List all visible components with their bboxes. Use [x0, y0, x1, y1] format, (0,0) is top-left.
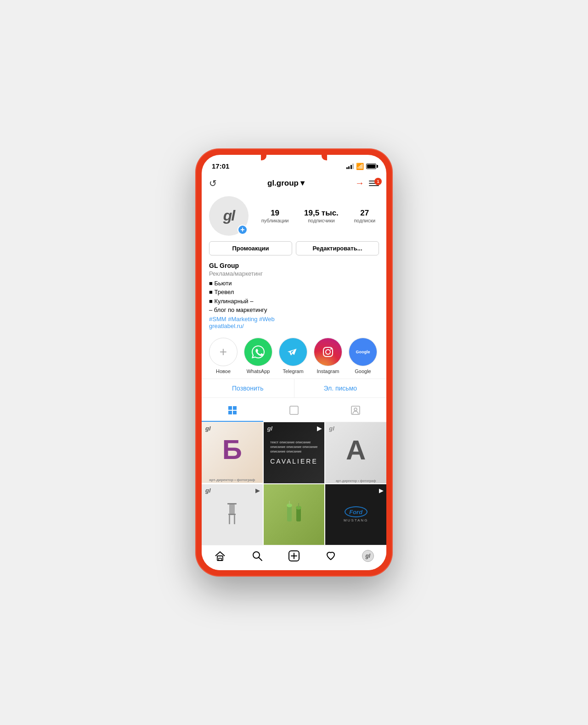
bio-category: Реклама/маркетинг	[209, 270, 379, 277]
telegram-icon	[285, 344, 301, 360]
arrow-icon: →	[355, 178, 364, 188]
search-icon	[251, 550, 263, 562]
heart-icon	[325, 550, 337, 562]
whatsapp-icon	[250, 344, 266, 360]
svg-rect-3	[228, 406, 232, 410]
chair-icon	[223, 501, 241, 528]
mustang-text: MUSTANG	[344, 518, 368, 522]
add-story-button[interactable]: +	[237, 225, 248, 235]
ford-logo: Ford	[345, 506, 368, 517]
bio-section: GL Group Реклама/маркетинг ■ Бьюти ■ Тре…	[202, 260, 386, 333]
top-nav: ↺ gl.group ▾ → 1	[202, 175, 386, 193]
photo1-caption: арт-директор • фотограф	[207, 477, 257, 483]
svg-rect-16	[296, 508, 301, 521]
svg-point-1	[326, 350, 330, 354]
email-button[interactable]: Эл. письмо	[294, 379, 387, 397]
following-stat[interactable]: 27 подписки	[354, 209, 375, 223]
bottom-nav: gl	[202, 545, 386, 570]
svg-rect-12	[228, 514, 236, 515]
nav-heart[interactable]	[325, 550, 337, 562]
bio-line-2: ■ Тревел	[209, 288, 379, 297]
followers-stat[interactable]: 19,5 тыс. подписчики	[304, 209, 339, 223]
svg-point-2	[330, 348, 332, 350]
nav-search[interactable]	[251, 550, 263, 562]
svg-rect-15	[287, 505, 292, 521]
highlight-circle-instagram	[314, 338, 342, 366]
svg-rect-6	[233, 411, 237, 414]
highlight-label-new: Новое	[216, 368, 231, 374]
bio-line-1: ■ Бьюти	[209, 279, 379, 288]
nav-right-actions: → 1	[355, 178, 379, 188]
tab-feed[interactable]	[263, 400, 325, 422]
highlight-circle-new: +	[209, 338, 237, 366]
svg-rect-10	[227, 503, 237, 504]
profile-username[interactable]: gl.group ▾	[267, 178, 305, 188]
highlight-circle-google: Google	[349, 338, 377, 366]
svg-point-9	[354, 408, 357, 411]
bio-name: GL Group	[209, 262, 379, 269]
photo-5[interactable]	[264, 484, 325, 545]
photo-2[interactable]: gl ▶ текст описание описаниеописание опи…	[264, 422, 325, 483]
drinks-icon	[280, 496, 308, 533]
bio-line-4: – блог по маркетингу	[209, 306, 379, 315]
notification-badge: 1	[374, 178, 382, 185]
highlight-telegram[interactable]: Telegram	[279, 338, 307, 374]
svg-rect-7	[290, 406, 298, 414]
action-buttons: Промоакции Редактировать...	[209, 241, 379, 255]
bio-hashtags[interactable]: #SMM #Marketing #Web	[209, 316, 379, 323]
photo-6[interactable]: ▶ Ford MUSTANG	[325, 484, 386, 545]
promotions-button[interactable]: Промоакции	[209, 241, 292, 255]
photo1-label: gl	[205, 425, 211, 432]
notch	[266, 155, 322, 167]
nav-profile[interactable]: gl	[362, 550, 374, 562]
tab-tagged[interactable]	[325, 400, 386, 422]
bio-link[interactable]: greatlabel.ru/	[209, 323, 379, 329]
home-icon	[214, 550, 226, 562]
phone-screen: 17:01 📶 ↺ gl.group ▾ →	[202, 155, 386, 570]
add-icon	[288, 550, 300, 562]
nav-add[interactable]	[288, 550, 300, 562]
highlight-circle-whatsapp	[244, 338, 272, 366]
profile-stats: 19 публикации 19,5 тыс. подписчики 27 по…	[258, 209, 379, 223]
history-icon[interactable]: ↺	[209, 178, 217, 189]
photo1-content: Б	[222, 436, 242, 464]
profile-section: gl + 19 публикации 19,5 тыс. подписчики …	[202, 193, 386, 260]
posts-stat[interactable]: 19 публикации	[261, 209, 289, 223]
video-icon-2: ▶	[317, 425, 322, 432]
highlight-whatsapp[interactable]: WhatsApp	[244, 338, 272, 374]
svg-rect-22	[219, 558, 221, 561]
profile-avatar-nav: gl	[362, 550, 374, 562]
photo4-label: gl	[205, 487, 211, 494]
google-label: Google	[356, 350, 370, 354]
photo-1[interactable]: gl Б арт-директор • фотограф	[202, 422, 263, 483]
edit-profile-button[interactable]: Редактировать...	[296, 241, 379, 255]
highlight-label-whatsapp: WhatsApp	[247, 368, 270, 374]
feed-icon	[289, 405, 299, 415]
highlight-label-telegram: Telegram	[283, 368, 303, 374]
highlights-row: + Новое WhatsApp	[202, 333, 386, 379]
photo3-label: gl	[329, 425, 334, 432]
menu-button[interactable]: 1	[369, 181, 379, 186]
svg-rect-5	[228, 411, 232, 414]
svg-rect-4	[233, 406, 237, 410]
highlight-label-instagram: Instagram	[317, 368, 339, 374]
contact-buttons: Позвонить Эл. письмо	[202, 379, 386, 398]
bio-line-3: ■ Кулинарный –	[209, 297, 379, 306]
profile-top: gl + 19 публикации 19,5 тыс. подписчики …	[209, 196, 379, 236]
photo-3[interactable]: gl A арт-директор • фотограф	[325, 422, 386, 483]
tab-grid[interactable]	[202, 400, 263, 422]
highlight-label-google: Google	[355, 368, 371, 374]
svg-line-24	[259, 557, 262, 561]
highlight-new[interactable]: + Новое	[209, 338, 237, 374]
svg-rect-11	[229, 504, 235, 514]
photo-4[interactable]: gl ▶	[202, 484, 263, 545]
svg-rect-14	[234, 515, 235, 524]
nav-home[interactable]	[214, 550, 226, 562]
call-button[interactable]: Позвонить	[202, 379, 294, 397]
highlight-google[interactable]: Google Google	[349, 338, 377, 374]
tagged-icon	[351, 405, 361, 415]
status-icons: 📶	[346, 163, 377, 170]
highlight-instagram[interactable]: Instagram	[314, 338, 342, 374]
avatar-wrap[interactable]: gl +	[209, 196, 249, 236]
battery-icon	[366, 164, 376, 169]
